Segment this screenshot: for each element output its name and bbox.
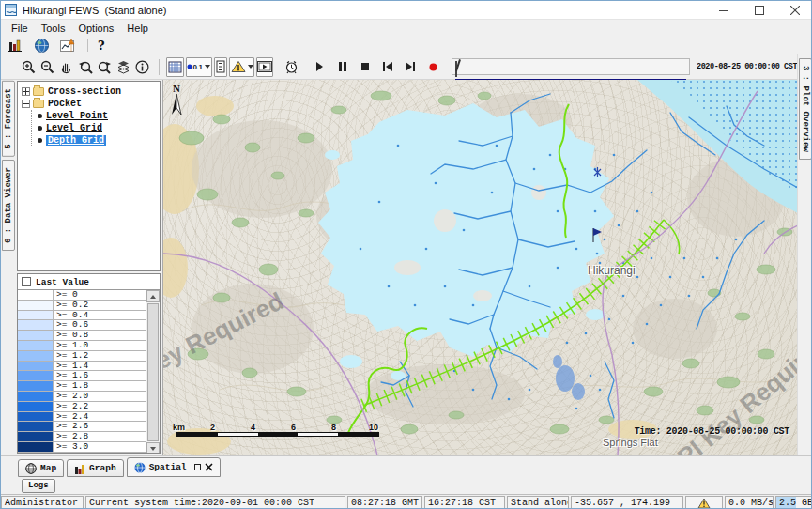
timeseries-chart-icon[interactable]	[57, 37, 78, 54]
legend-row[interactable]: >= 3.2	[18, 453, 146, 454]
legend-swatch	[18, 341, 54, 350]
close-button[interactable]	[777, 1, 812, 19]
legend-value-label: >= 2.0	[54, 392, 146, 401]
data-viewer-panel: Cross-section Pocket Level Point Level G…	[16, 80, 162, 455]
tree-item-cross-section[interactable]: Cross-section	[22, 85, 160, 97]
legend-swatch	[18, 432, 54, 441]
tab-forecast[interactable]: 5 : Forecast	[2, 81, 15, 157]
globe-icon[interactable]	[31, 37, 52, 54]
legend-toggle-icon[interactable]	[214, 57, 228, 77]
time-slider[interactable]	[452, 58, 691, 75]
tree-item-level-grid[interactable]: Level Grid	[36, 122, 160, 133]
record-button[interactable]	[424, 57, 441, 77]
scale-tick: 2	[210, 423, 215, 432]
legend-swatch	[18, 381, 54, 391]
interval-dropdown[interactable]: 0.1	[186, 57, 212, 77]
spatial-maximize-button[interactable]	[194, 464, 201, 470]
time-slider-track[interactable]	[455, 61, 457, 77]
last-value-checkbox[interactable]	[22, 277, 31, 286]
tab-data-viewer[interactable]: 6 : Data Viewer	[2, 160, 15, 251]
info-icon[interactable]	[133, 57, 150, 77]
title-bar: Hikurangi FEWS (Stand alone)	[1, 1, 812, 20]
expand-icon[interactable]	[22, 87, 30, 96]
legend-table: >= 0>= 0.2>= 0.4>= 0.6>= 0.8>= 1.0>= 1.2…	[18, 289, 160, 454]
folder-icon	[33, 87, 44, 96]
maximize-button[interactable]	[742, 1, 777, 19]
status-warning-icon	[697, 498, 711, 509]
node-bullet-icon	[38, 126, 42, 131]
movie-player-icon[interactable]	[256, 57, 273, 77]
legend-value-label: >= 0	[54, 290, 146, 300]
play-button[interactable]	[311, 57, 328, 77]
tab-graph-label: Graph	[89, 463, 116, 473]
minimize-button[interactable]	[706, 1, 742, 19]
tree-item-label-selected: Depth Grid	[46, 135, 106, 146]
help-button[interactable]: ?	[98, 39, 105, 53]
tree-item-pocket[interactable]: Pocket	[22, 98, 160, 109]
zoom-out-icon[interactable]	[38, 57, 55, 77]
step-forward-button[interactable]	[402, 57, 419, 77]
spatial-close-button[interactable]	[205, 463, 213, 471]
app-logo-icon	[5, 4, 17, 16]
time-slider-handle[interactable]	[455, 59, 461, 71]
legend-swatch	[18, 290, 54, 300]
legend-value-label: >= 0.2	[54, 301, 146, 310]
menu-file[interactable]: File	[5, 22, 35, 35]
scale-tick: 10	[369, 423, 378, 432]
scale-tick: 4	[251, 423, 255, 432]
interval-value: 0.1	[192, 63, 202, 71]
menu-tools[interactable]: Tools	[35, 22, 72, 35]
tab-map-label: Map	[40, 463, 56, 473]
animation-clock-icon[interactable]	[283, 57, 299, 77]
map-view[interactable]: N API Key Required API Key Required Hiku…	[162, 80, 797, 455]
layers-icon[interactable]	[115, 57, 131, 77]
pan-hand-icon[interactable]	[57, 57, 74, 77]
node-bullet-icon	[38, 138, 42, 143]
zoom-previous-icon[interactable]	[77, 57, 94, 77]
tree-children: Level Point Level Grid Depth Grid	[31, 110, 160, 146]
scrollbar-thumb[interactable]	[147, 303, 159, 441]
collapse-icon[interactable]	[22, 100, 30, 108]
menu-help[interactable]: Help	[120, 22, 155, 35]
logs-button[interactable]: Logs	[22, 479, 55, 493]
tab-map[interactable]: Map	[18, 459, 64, 477]
tree-item-label: Pocket	[48, 99, 82, 109]
scale-tick: 8	[331, 423, 336, 432]
tree-item-depth-grid[interactable]: Depth Grid	[36, 134, 160, 146]
legend-value-label: >= 1.6	[54, 371, 146, 380]
tree-item-label: Level Point	[46, 111, 108, 121]
legend-row[interactable]: >= 1.2	[18, 351, 146, 362]
tab-graph[interactable]: Graph	[67, 459, 124, 477]
legend-value-label: >= 2.8	[54, 432, 146, 441]
menu-options[interactable]: Options	[71, 22, 120, 35]
compass-needle-icon	[171, 94, 182, 115]
bar-chart-icon	[74, 463, 85, 474]
legend-swatch	[18, 392, 54, 401]
toolbar-separator	[159, 59, 160, 75]
tree-item-level-point[interactable]: Level Point	[36, 110, 160, 121]
zoom-in-icon[interactable]	[20, 57, 37, 77]
legend-scrollbar[interactable]	[146, 290, 160, 454]
status-mode: Stand alone	[507, 496, 569, 509]
tree-item-label: Level Grid	[46, 123, 102, 133]
legend-value-label: >= 1.8	[54, 381, 146, 391]
tab-spatial[interactable]: Spatial	[127, 457, 221, 477]
legend-swatch	[18, 442, 54, 452]
step-back-button[interactable]	[379, 57, 396, 77]
legend-row[interactable]: >= 2.2	[18, 402, 146, 412]
status-bar: Administrator Current system time:2020-0…	[1, 494, 812, 509]
tab-plot-overview[interactable]: 3 : Plot Overview	[799, 58, 812, 160]
grid-display-icon[interactable]	[166, 57, 183, 77]
status-warning-cell[interactable]	[685, 496, 723, 509]
database-icon[interactable]	[5, 37, 25, 54]
toolbar-separator	[87, 39, 88, 52]
scroll-up-button[interactable]	[146, 290, 160, 302]
map-toolbar: 0.1	[1, 54, 797, 80]
node-bullet-icon	[38, 114, 42, 118]
pause-button[interactable]	[333, 57, 350, 77]
stop-button[interactable]	[357, 57, 374, 77]
zoom-next-icon[interactable]	[96, 57, 113, 77]
scroll-down-button[interactable]	[146, 442, 160, 454]
legend-row[interactable]: >= 0.2	[18, 301, 146, 311]
warnings-dropdown[interactable]	[229, 57, 253, 77]
